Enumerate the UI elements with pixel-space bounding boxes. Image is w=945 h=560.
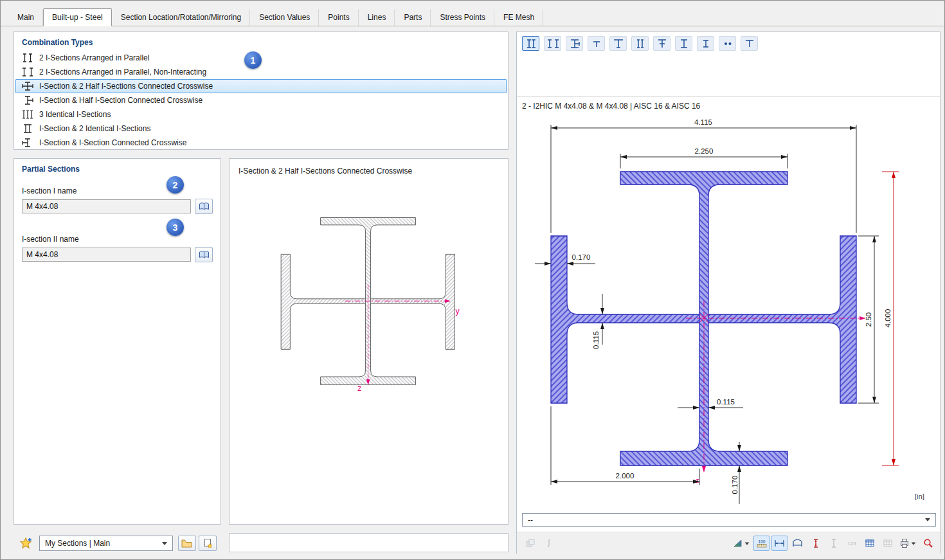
partial-sections-panel: Partial Sections I-section I name I-sect…: [14, 158, 221, 525]
variant-i-2half-crosswise[interactable]: [566, 36, 583, 51]
dimension-scale-button[interactable]: 100: [753, 536, 770, 551]
i-half-crosswise-icon: [21, 96, 34, 105]
numbering-label: 123: [847, 541, 856, 546]
dimension-lines-icon: [774, 538, 785, 548]
dim-center-web-thickness: 0.115: [717, 398, 735, 406]
variant-two-i-narrow[interactable]: [631, 36, 649, 51]
combination-type-item-4[interactable]: 3 Identical I-Sections: [15, 107, 507, 122]
tab-fe-mesh[interactable]: FE Mesh: [494, 9, 543, 26]
new-favorites-group-button[interactable]: [199, 536, 217, 551]
print-button[interactable]: [897, 536, 918, 551]
combination-type-item-3[interactable]: I-Section & Half I-Section Connected Cro…: [15, 93, 507, 107]
half-t-section-icon: [590, 39, 603, 49]
thin-profile-icon: [544, 538, 554, 548]
dim-top-flange-width: 2.250: [695, 147, 714, 155]
preview-panel: I-Section & 2 Half I-Sections Connected …: [229, 158, 509, 525]
variant-t-short[interactable]: [741, 36, 758, 51]
tab-section-values[interactable]: Section Values: [250, 9, 319, 26]
step-badge-1: 1: [244, 51, 262, 69]
manage-favorites-button[interactable]: [178, 536, 196, 551]
i-section-2-input[interactable]: [22, 248, 191, 262]
tab-stress-points[interactable]: Stress Points: [431, 9, 494, 26]
combination-type-item-2[interactable]: I-Section & 2 Half I-Sections Connected …: [15, 79, 507, 93]
i-2half-crosswise-icon: [21, 82, 34, 91]
solid-render-button[interactable]: [522, 536, 538, 551]
table-view-button[interactable]: [861, 536, 878, 551]
tab-parts[interactable]: Parts: [395, 9, 431, 26]
stress-points-gray-icon: [829, 538, 839, 548]
chevron-down-icon: [912, 542, 916, 545]
combination-type-item-1[interactable]: 2 I-Sections Arranged in Parallel, Non-I…: [15, 65, 507, 79]
ruler-100-label: 100: [758, 539, 765, 544]
result-dropdown[interactable]: --: [522, 513, 936, 527]
combination-type-label: I-Section & Half I-Section Connected Cro…: [39, 96, 203, 105]
variant-i-narrow[interactable]: [697, 36, 714, 51]
combination-type-label: I-Section & I-Section Connected Crosswis…: [39, 138, 186, 147]
print-icon: [899, 538, 910, 548]
numbering-button[interactable]: 123: [843, 536, 860, 551]
dim-bottom-left-width: 2.000: [616, 472, 634, 480]
combination-types-panel: Combination Types 2 I-Sections Arranged …: [14, 32, 509, 150]
combination-type-label: 2 I-Sections Arranged in Parallel, Non-I…: [39, 68, 206, 77]
ruler-100-icon: 100: [756, 538, 768, 548]
combination-type-label: I-Section & 2 Half I-Sections Connected …: [39, 82, 213, 91]
variant-i-half-cross[interactable]: [653, 36, 670, 51]
two-i-parallel-noninteracting-icon: [21, 68, 34, 77]
result-dropdown-value: --: [528, 516, 533, 525]
i-2identical-i-icon: [21, 124, 34, 133]
i-half-cross-icon: [656, 39, 669, 49]
star-plus-icon: [19, 537, 32, 550]
i-section-narrow-icon: [699, 39, 712, 49]
tab-section-location[interactable]: Section Location/Rotation/Mirroring: [112, 9, 250, 26]
three-identical-i-icon: [21, 110, 34, 119]
i-section-1-input[interactable]: [22, 199, 191, 213]
step-badge-3: 3: [166, 219, 184, 236]
unit-label: [in]: [915, 492, 924, 500]
thin-profile-button[interactable]: [541, 536, 557, 551]
new-page-star-icon: [203, 538, 213, 548]
combination-type-label: 3 Identical I-Sections: [39, 110, 111, 119]
tab-built-up-steel[interactable]: Built-up - Steel: [43, 8, 112, 26]
two-round-bars-icon: [721, 39, 734, 49]
variant-half-t[interactable]: [588, 36, 605, 51]
section-library-button-2[interactable]: [195, 247, 213, 262]
variant-two-i-parallel[interactable]: [522, 36, 539, 51]
table-view-off-button[interactable]: [879, 536, 896, 551]
preview-drawing: y z: [262, 197, 474, 402]
section-drawing-canvas[interactable]: z: [517, 114, 941, 509]
preview-axis-y-label: y: [456, 307, 460, 316]
tab-main[interactable]: Main: [8, 9, 43, 26]
tab-lines[interactable]: Lines: [359, 9, 395, 26]
combination-type-item-5[interactable]: I-Section & 2 Identical I-Sections: [15, 122, 507, 136]
chevron-down-icon: [745, 542, 750, 545]
color-scale-icon: [733, 538, 743, 548]
section-view-panel: 2 - I2HIC M 4x4.08 & M 4x4.08 | AISC 16 …: [516, 32, 941, 554]
i-section-icon: [678, 39, 690, 49]
sections-filter-dropdown[interactable]: My Sections | Main: [39, 536, 173, 551]
table-view-gray-icon: [883, 538, 893, 548]
dimension-chains-button[interactable]: [789, 536, 806, 551]
add-favorite-button[interactable]: [16, 535, 35, 552]
dimension-lines-button[interactable]: [771, 536, 788, 551]
axis-z-label: z: [696, 476, 699, 484]
color-scale-button[interactable]: [731, 536, 752, 551]
stress-points-button[interactable]: [807, 536, 824, 551]
zoom-fit-button[interactable]: [920, 536, 936, 551]
stress-points-off-button[interactable]: [825, 536, 842, 551]
dimension-chains-icon: [792, 538, 803, 548]
variant-i-section[interactable]: [675, 36, 692, 51]
two-i-parallel-icon: [21, 53, 34, 62]
tab-points[interactable]: Points: [319, 9, 358, 26]
shape-variant-toolbar: [522, 36, 758, 51]
library-book-icon: [199, 202, 210, 211]
variant-two-round-bars[interactable]: [719, 36, 736, 51]
combination-type-label: 2 I-Sections Arranged in Parallel: [39, 53, 149, 62]
variant-t-section[interactable]: [609, 36, 627, 51]
combination-type-item-6[interactable]: I-Section & I-Section Connected Crosswis…: [15, 136, 507, 150]
variant-two-i-gap[interactable]: [544, 36, 561, 51]
combination-types-title: Combination Types: [14, 32, 508, 50]
numbering-icon: 123: [846, 538, 858, 548]
library-book-icon: [199, 250, 210, 259]
section-library-button-1[interactable]: [195, 199, 213, 214]
dim-right-half-height: 2.50: [865, 312, 872, 327]
